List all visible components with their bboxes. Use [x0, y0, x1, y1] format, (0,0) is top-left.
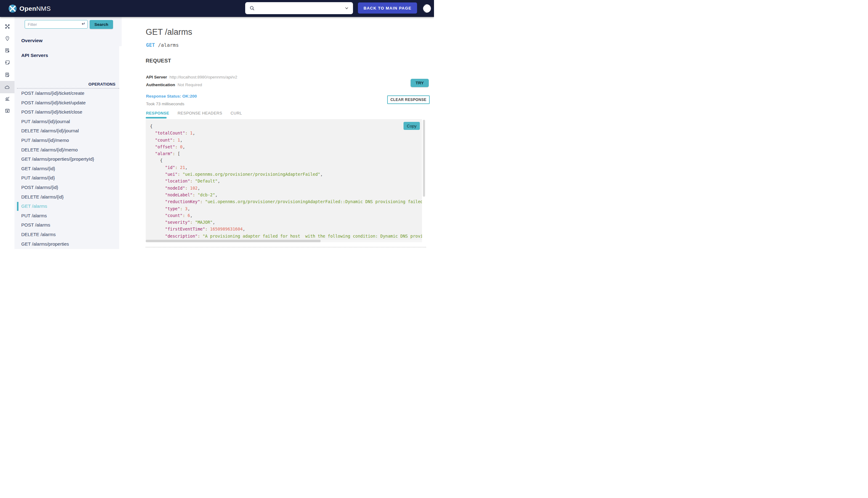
endpoint-signature: GET/alarms	[146, 42, 179, 48]
header-search-select[interactable]	[245, 2, 353, 14]
filter-input[interactable]	[25, 20, 88, 29]
brand-light: NMS	[36, 5, 51, 12]
rail-item-topology[interactable]	[0, 20, 14, 32]
tab-response-headers[interactable]: RESPONSE HEADERS	[177, 111, 222, 115]
sidebar-item-get-alarms-id[interactable]: GET /alarms/{id}	[14, 164, 122, 174]
code-line: "count": 6,	[150, 212, 420, 219]
rail-item-reports[interactable]	[0, 93, 14, 105]
tab-curl[interactable]: CURL	[231, 111, 242, 115]
sidebar-item-get-alarms[interactable]: GET /alarms	[14, 201, 122, 211]
horizontal-scrollbar-thumb[interactable]	[146, 240, 321, 242]
code-line: "offset": 0,	[150, 143, 420, 150]
opennms-api-docs-page: OpenNMS BACK TO MAIN PAGE	[0, 0, 434, 249]
code-line: "firstEventTime": 1650989631604,	[150, 226, 420, 232]
code-line: {	[150, 157, 420, 164]
sidebar-item-get-alarms-properties[interactable]: GET /alarms/properties	[14, 239, 122, 249]
code-line: "description": "A provisioning adapter f…	[150, 233, 420, 239]
opennms-logo-icon	[8, 4, 17, 13]
document-check-icon	[4, 72, 10, 78]
rail-item-api-cloud[interactable]	[0, 81, 14, 93]
endpoint-detail-panel: GET /alarms GET/alarms REQUEST API Serve…	[122, 17, 434, 249]
sidebar-item-overview[interactable]: Overview	[21, 38, 42, 43]
active-tab-indicator	[146, 117, 167, 118]
sidebar-item-get-alarms-properties-propertyid[interactable]: GET /alarms/properties/{propertyId}	[14, 155, 122, 164]
code-line: "reductionKey": "uei.opennms.org/provisi…	[150, 198, 420, 205]
cloud-icon	[4, 84, 10, 90]
code-line: "totalCount": 1,	[150, 130, 420, 136]
code-line: "id": 21,	[150, 164, 420, 171]
endpoint-path: /alarms	[158, 42, 179, 48]
authentication-row: AuthenticationNot Required	[146, 82, 202, 87]
section-divider	[146, 247, 426, 248]
document-gear-icon	[4, 48, 10, 53]
rail-item-add-note[interactable]	[0, 56, 14, 69]
code-line: "type": 3,	[150, 205, 420, 212]
sidebar-item-post-alarms-id[interactable]: POST /alarms/{id}	[14, 183, 122, 192]
response-status-link[interactable]: Response Status: OK:200	[146, 94, 197, 99]
return-key-icon: ↵	[81, 21, 85, 26]
sidebar-item-post-alarms-id-ticket-close[interactable]: POST /alarms/{id}/ticket/close	[14, 107, 122, 117]
sidebar-item-put-alarms-id-memo[interactable]: PUT /alarms/{id}/memo	[14, 136, 122, 145]
top-navigation-bar: OpenNMS BACK TO MAIN PAGE	[0, 0, 434, 17]
sidebar-item-delete-alarms-id-memo[interactable]: DELETE /alarms/{id}/memo	[14, 145, 122, 155]
rail-item-provisioning[interactable]	[0, 44, 14, 57]
location-pin-icon	[4, 36, 10, 41]
code-line: "uei": "uei.opennms.org/provisioner/prov…	[150, 171, 420, 178]
code-line: "location": "Default",	[150, 178, 420, 184]
code-line: "count": 1,	[150, 137, 420, 143]
copy-button[interactable]: Copy	[404, 122, 420, 130]
search-icon	[250, 5, 255, 11]
api-server-label: API Server	[146, 75, 167, 79]
http-method: GET	[146, 42, 155, 48]
response-code-block: { "totalCount": 1, "count": 1, "offset":…	[146, 119, 426, 242]
code-line: "nodeId": 102,	[150, 185, 420, 192]
sidebar-item-delete-alarms-id-journal[interactable]: DELETE /alarms/{id}/journal	[14, 126, 122, 136]
code-line: {	[150, 123, 420, 130]
sidebar-item-delete-alarms-id[interactable]: DELETE /alarms/{id}	[14, 192, 122, 202]
rail-item-requisitions[interactable]	[0, 69, 14, 81]
authentication-label: Authentication	[146, 82, 175, 87]
request-section-heading: REQUEST	[146, 58, 171, 64]
sidebar-filter-row: ↵ Search	[25, 20, 113, 29]
authentication-value: Not Required	[178, 82, 202, 87]
topology-icon	[4, 24, 10, 29]
rail-item-settings[interactable]	[0, 105, 14, 117]
api-server-value: http://localhost:8980/opennms/api/v2	[169, 75, 237, 79]
sidebar-search-button[interactable]: Search	[90, 20, 113, 29]
window-gear-icon	[4, 108, 10, 114]
operations-list: POST /alarms/{id}/ticket/createPOST /ala…	[14, 89, 122, 249]
theme-toggle-button[interactable]	[422, 4, 431, 13]
sidebar-item-put-alarms-id[interactable]: PUT /alarms/{id}	[14, 173, 122, 183]
clear-response-button[interactable]: CLEAR RESPONSE	[387, 95, 430, 104]
code-line: "severity": "MAJOR",	[150, 219, 420, 226]
sidebar-item-post-alarms-id-ticket-create[interactable]: POST /alarms/{id}/ticket/create	[14, 89, 122, 98]
response-tabs: RESPONSERESPONSE HEADERSCURL	[146, 111, 242, 115]
page-title: GET /alarms	[146, 27, 192, 37]
api-server-row: API Serverhttp://localhost:8980/opennms/…	[146, 75, 237, 79]
chevron-down-icon	[345, 6, 349, 10]
sidebar-item-delete-alarms[interactable]: DELETE /alarms	[14, 230, 122, 239]
code-line: "nodeLabel": "dcb-2",	[150, 192, 420, 198]
sidebar-item-post-alarms-id-ticket-update[interactable]: POST /alarms/{id}/ticket/update	[14, 98, 122, 108]
sidebar-item-put-alarms-id-journal[interactable]: PUT /alarms/{id}/journal	[14, 117, 122, 127]
response-code: { "totalCount": 1, "count": 1, "offset":…	[150, 123, 420, 239]
try-button[interactable]: TRY	[411, 79, 429, 87]
code-line: "alarm": [	[150, 150, 420, 157]
back-to-main-page-button[interactable]: BACK TO MAIN PAGE	[358, 2, 417, 14]
card-plus-icon	[4, 60, 10, 65]
brand-name: OpenNMS	[20, 5, 51, 12]
horizontal-scrollbar-track	[146, 240, 422, 242]
left-icon-rail	[0, 17, 14, 249]
operations-section-label: OPERATIONS	[88, 82, 115, 87]
brand-bold: Open	[20, 5, 36, 12]
contrast-moon-icon	[422, 4, 431, 13]
sidebar-item-get-alarms-count[interactable]: GET /alarms/count	[14, 249, 122, 249]
sidebar-item-put-alarms[interactable]: PUT /alarms	[14, 211, 122, 221]
chart-icon	[4, 96, 10, 102]
rail-item-locations[interactable]	[0, 32, 14, 44]
sidebar-item-post-alarms[interactable]: POST /alarms	[14, 220, 122, 230]
vertical-scrollbar-thumb[interactable]	[423, 120, 425, 197]
opennms-logo: OpenNMS	[8, 4, 51, 13]
tab-response[interactable]: RESPONSE	[146, 111, 169, 115]
sidebar-item-api-servers[interactable]: API Servers	[21, 53, 48, 58]
